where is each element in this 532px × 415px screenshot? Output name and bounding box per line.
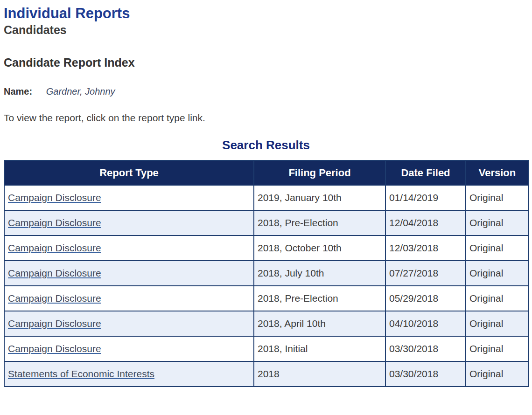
report-type-link[interactable]: Campaign Disclosure — [8, 343, 101, 354]
date-filed-cell: 05/29/2018 — [385, 286, 466, 311]
report-type-link[interactable]: Statements of Economic Interests — [8, 368, 154, 379]
table-row: Campaign Disclosure2018, Initial03/30/20… — [4, 336, 529, 361]
date-filed-cell: 12/04/2018 — [385, 210, 466, 235]
table-row: Campaign Disclosure2019, January 10th01/… — [4, 185, 529, 210]
version-cell: Original — [466, 336, 529, 361]
version-cell: Original — [466, 235, 529, 261]
column-header-report-type: Report Type — [4, 160, 254, 185]
filing-period-cell: 2019, January 10th — [254, 185, 385, 210]
report-type-cell: Campaign Disclosure — [4, 311, 254, 336]
version-cell: Original — [466, 361, 529, 387]
candidate-name-line: Name: Gardner, Johnny — [4, 86, 528, 97]
table-row: Campaign Disclosure2018, July 10th07/27/… — [4, 261, 529, 286]
search-results-heading: Search Results — [4, 138, 528, 152]
report-type-cell: Campaign Disclosure — [4, 235, 254, 261]
filing-period-cell: 2018, Pre-Election — [254, 210, 385, 235]
version-cell: Original — [466, 185, 529, 210]
report-type-cell: Campaign Disclosure — [4, 185, 254, 210]
filing-period-cell: 2018, October 10th — [254, 235, 385, 261]
column-header-version: Version — [466, 160, 529, 185]
date-filed-cell: 04/10/2018 — [385, 311, 466, 336]
name-label: Name: — [4, 86, 32, 97]
version-cell: Original — [466, 210, 529, 235]
table-row: Campaign Disclosure2018, Pre-Election12/… — [4, 210, 529, 235]
results-body: Campaign Disclosure2019, January 10th01/… — [4, 185, 529, 387]
report-type-link[interactable]: Campaign Disclosure — [8, 242, 101, 253]
table-row: Statements of Economic Interests201803/3… — [4, 361, 529, 387]
filing-period-cell: 2018, Pre-Election — [254, 286, 385, 311]
version-cell: Original — [466, 286, 529, 311]
report-type-link[interactable]: Campaign Disclosure — [8, 268, 101, 278]
report-type-cell: Campaign Disclosure — [4, 261, 254, 286]
header-row: Report Type Filing Period Date Filed Ver… — [4, 160, 529, 185]
candidate-name-value: Gardner, Johnny — [46, 86, 115, 97]
table-row: Campaign Disclosure2018, Pre-Election05/… — [4, 286, 529, 311]
filing-period-cell: 2018, Initial — [254, 336, 385, 361]
date-filed-cell: 03/30/2018 — [385, 336, 466, 361]
column-header-date-filed: Date Filed — [385, 160, 466, 185]
candidate-report-index-page: Individual Reports Candidates Candidate … — [0, 0, 532, 387]
report-type-link[interactable]: Campaign Disclosure — [8, 192, 101, 203]
date-filed-cell: 01/14/2019 — [385, 185, 466, 210]
report-type-link[interactable]: Campaign Disclosure — [8, 293, 101, 304]
section-heading: Candidate Report Index — [4, 55, 528, 69]
filing-period-cell: 2018 — [254, 361, 385, 387]
report-type-link[interactable]: Campaign Disclosure — [8, 318, 101, 329]
report-type-cell: Statements of Economic Interests — [4, 361, 254, 387]
version-cell: Original — [466, 311, 529, 336]
report-type-cell: Campaign Disclosure — [4, 286, 254, 311]
page-subtitle: Candidates — [4, 23, 528, 37]
page-title: Individual Reports — [4, 5, 528, 23]
date-filed-cell: 03/30/2018 — [385, 361, 466, 387]
filing-period-cell: 2018, April 10th — [254, 311, 385, 336]
report-type-cell: Campaign Disclosure — [4, 210, 254, 235]
date-filed-cell: 12/03/2018 — [385, 235, 466, 261]
table-row: Campaign Disclosure2018, October 10th12/… — [4, 235, 529, 261]
column-header-filing-period: Filing Period — [254, 160, 385, 185]
search-results-table: Report Type Filing Period Date Filed Ver… — [4, 160, 529, 387]
instructions-text: To view the report, click on the report … — [4, 112, 528, 124]
date-filed-cell: 07/27/2018 — [385, 261, 466, 286]
report-type-link[interactable]: Campaign Disclosure — [8, 217, 101, 228]
results-header: Report Type Filing Period Date Filed Ver… — [4, 160, 529, 185]
table-row: Campaign Disclosure2018, April 10th04/10… — [4, 311, 529, 336]
version-cell: Original — [466, 261, 529, 286]
filing-period-cell: 2018, July 10th — [254, 261, 385, 286]
report-type-cell: Campaign Disclosure — [4, 336, 254, 361]
